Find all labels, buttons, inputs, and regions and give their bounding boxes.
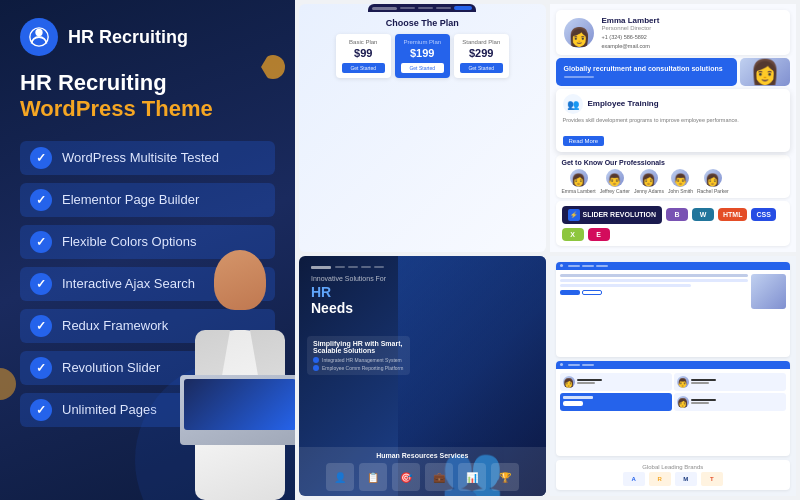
btn-row (560, 290, 749, 295)
avatar-circle: 👩 (704, 169, 722, 187)
pricing-preview: Choose The Plan Basic Plan $99 Get Start… (299, 4, 546, 252)
price-label: Standard Plan (460, 39, 503, 45)
feature-label: Revolution Slider (62, 360, 160, 375)
mini-info (691, 379, 716, 384)
cta-mini-card (560, 393, 672, 411)
nav-cta (454, 6, 472, 10)
list-item: ✓ Unlimited Pages (20, 393, 275, 427)
training-title: Employee Training (588, 99, 659, 108)
simplify-items: Integrated HR Management System Employee… (313, 357, 404, 371)
content-col (560, 274, 749, 309)
profile-info: Emma Lambert Personnel Director +1 (324)… (602, 16, 783, 49)
prof-name: John Smith (668, 188, 693, 194)
profile-role: Personnel Director (602, 25, 783, 31)
profile-phone: +1 (324) 586-5892 (602, 34, 783, 40)
role-line (691, 382, 709, 384)
consult-divider (564, 76, 594, 78)
nav-link (582, 265, 594, 267)
profile-mini: 👩 (560, 373, 672, 391)
logo-icon (20, 18, 58, 56)
avatar-circle: 👩 (570, 169, 588, 187)
left-panel: HR Recruiting HR Recruiting WordPress Th… (0, 0, 295, 500)
text-line (560, 284, 692, 287)
nav-bar-logo (372, 7, 397, 10)
nav-link (582, 364, 594, 366)
svg-point-0 (35, 29, 42, 36)
list-item: ✓ Redux Framework (20, 309, 275, 343)
price-card-premium: Premium Plan $199 Get Started (395, 34, 450, 78)
price-cta[interactable]: Get Started (342, 63, 385, 73)
list-item: ✓ Elementor Page Builder (20, 183, 275, 217)
list-item: ✓ Flexible Colors Options (20, 225, 275, 259)
nav-dot (560, 264, 563, 267)
employee-training-card: 👥 Employee Training Provides skill devel… (556, 89, 791, 152)
training-cta[interactable]: Read More (563, 136, 605, 146)
right-panel: Choose The Plan Basic Plan $99 Get Start… (295, 0, 800, 500)
prof-avatar: 👩 Emma Lambert (562, 169, 596, 194)
training-desc: Provides skill development programs to i… (563, 117, 784, 125)
laptop (180, 375, 295, 445)
webpage-header (556, 262, 791, 270)
nav-link (568, 265, 580, 267)
profile-card: 👩 Emma Lambert Personnel Director +1 (32… (556, 10, 791, 55)
company-logos: Global Leading Brands A R M T (556, 460, 791, 490)
nav-link (568, 364, 580, 366)
nav-link (596, 265, 608, 267)
prof-avatars-row: 👩 Emma Lambert 👨 Jeffrey Carter 👩 Jenny … (562, 169, 785, 194)
feature-label: Redux Framework (62, 318, 168, 333)
feature-label: Unlimited Pages (62, 402, 157, 417)
preview-navbar (368, 4, 476, 12)
logos-label: Global Leading Brands (562, 464, 785, 470)
logo-row: HR Recruiting (20, 18, 275, 56)
brand-logo: T (701, 472, 723, 486)
person-icon: 👩 (750, 58, 780, 86)
slider-revolution-badge: ⚡ SLIDER REVOLUTION (562, 206, 663, 224)
mini-avatar: 👩 (677, 396, 689, 408)
webpage-preview-2: 👩 👨 👩 (556, 361, 791, 456)
pages-preview: 👩 👨 👩 (550, 256, 797, 496)
service-icon-2: 📋 (359, 463, 387, 491)
css-badge: CSS (751, 208, 775, 221)
mini-info (577, 379, 602, 384)
consult-card: Globally recruitment and consultation so… (556, 58, 738, 86)
avatar-circle: 👨 (671, 169, 689, 187)
check-icon: ✓ (30, 399, 52, 421)
simplify-item-text: Integrated HR Management System (322, 357, 402, 363)
hero-needs: Needs (311, 300, 353, 316)
pricing-title: Choose The Plan (386, 18, 459, 28)
check-icon: ✓ (30, 231, 52, 253)
list-item: ✓ WordPress Multisite Tested (20, 141, 275, 175)
price-amount: $99 (342, 47, 385, 59)
service-icon-4: 💼 (425, 463, 453, 491)
training-icon: 👥 (563, 94, 583, 114)
price-cta[interactable]: Get Started (460, 63, 503, 73)
simplify-item-text: Employee Comm Reporting Platform (322, 365, 403, 371)
avatar: 👩 (564, 18, 594, 48)
circle-decoration (0, 368, 16, 400)
prof-avatar: 👩 Jenny Adams (634, 169, 664, 194)
check-icon: ✓ (30, 357, 52, 379)
check-icon: ✓ (30, 273, 52, 295)
profile-email: example@mail.com (602, 43, 783, 49)
price-cta[interactable]: Get Started (401, 63, 444, 73)
role-line (577, 382, 595, 384)
emp-header: 👥 Employee Training (563, 94, 784, 114)
check-icon: ✓ (30, 315, 52, 337)
simplify-title: Simplifying HR with Smart, Scalable Solu… (313, 340, 404, 354)
prof-avatar: 👩 Rachel Parker (697, 169, 729, 194)
nav-dot (560, 363, 563, 366)
slider-icon: ⚡ (568, 209, 580, 221)
avatar-icon: 👩 (568, 26, 590, 48)
role-line (691, 402, 709, 404)
avatar-circle: 👨 (606, 169, 624, 187)
name-line (691, 399, 716, 401)
theme-title-line1: HR Recruiting (20, 70, 275, 96)
mini-avatar: 👨 (677, 376, 689, 388)
mini-avatar: 👩 (563, 376, 575, 388)
service-icon-1: 👤 (326, 463, 354, 491)
logos-row: A R M T (562, 472, 785, 486)
simplify-item: Employee Comm Reporting Platform (313, 365, 404, 371)
nav-logo-bar (311, 266, 331, 269)
price-amount: $199 (401, 47, 444, 59)
mini-outline-button (582, 290, 602, 295)
